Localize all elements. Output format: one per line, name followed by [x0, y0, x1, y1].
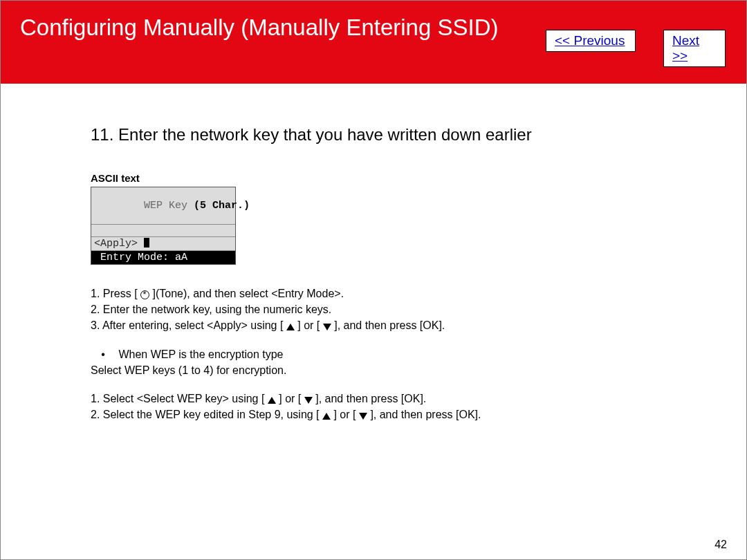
header-bar: Configuring Manually (Manually Entering …: [1, 1, 746, 84]
wep-step-2: 2. Select the WEP key edited in Step 9, …: [91, 407, 658, 422]
instruction-line-2: 2. Enter the network key, using the nume…: [91, 301, 658, 317]
t: 1. Press [: [91, 288, 140, 299]
up-arrow-icon: [268, 397, 276, 404]
step-heading: 11. Enter the network key that you have …: [91, 125, 746, 144]
instruction-text: 1. Press [ ](Tone), and then select <Ent…: [91, 286, 658, 422]
t: ], and then press [OK].: [334, 319, 445, 331]
t: ] or [: [279, 393, 304, 404]
step-number: 11.: [91, 125, 113, 144]
t: 2. Select the WEP key edited in Step 9, …: [91, 409, 322, 420]
t: ] or [: [297, 319, 322, 331]
next-link[interactable]: Next >>: [663, 30, 726, 67]
page-number: 42: [714, 539, 727, 551]
instruction-line-3: 3. After entering, select <Apply> using …: [91, 317, 658, 333]
tone-icon: [140, 290, 149, 299]
text-cursor-icon: [144, 238, 149, 248]
down-arrow-icon: [304, 397, 313, 404]
lcd-line-1: WEP Key (5 Char.): [91, 187, 235, 225]
t: 1. Select <Select WEP key> using [: [91, 393, 268, 404]
lcd-line-2: [91, 225, 235, 237]
up-arrow-icon: [286, 324, 295, 330]
wep-step-1: 1. Select <Select WEP key> using [ ] or …: [91, 391, 658, 407]
t: ], and then press [OK].: [315, 393, 426, 404]
t: ], and then press [OK].: [370, 409, 481, 420]
wep-bullet-line: • When WEP is the encryption type: [91, 346, 658, 362]
down-arrow-icon: [359, 413, 367, 420]
slide: Configuring Manually (Manually Entering …: [0, 0, 747, 560]
t: ] or [: [333, 409, 358, 420]
down-arrow-icon: [323, 324, 331, 330]
wep-select-line: Select WEP keys (1 to 4) for encryption.: [91, 362, 658, 378]
lcd-line-1a: WEP Key: [144, 200, 194, 212]
t: ](Tone), and then select <Entry Mode>.: [152, 288, 344, 299]
ascii-text-label: ASCII text: [91, 172, 746, 184]
lcd-line-1b: (5 Char.): [194, 200, 250, 212]
previous-link[interactable]: << Previous: [546, 30, 636, 52]
bullet-icon: •: [91, 346, 116, 362]
up-arrow-icon: [322, 413, 331, 420]
step-text: Enter the network key that you have writ…: [118, 125, 532, 144]
instruction-line-1: 1. Press [ ](Tone), and then select <Ent…: [91, 286, 658, 301]
lcd-screen: WEP Key (5 Char.) <Apply> Entry Mode: aA: [91, 187, 236, 265]
t: When WEP is the encryption type: [118, 348, 283, 360]
content-area: 11. Enter the network key that you have …: [1, 84, 746, 422]
t: 3. After entering, select <Apply> using …: [91, 319, 286, 331]
